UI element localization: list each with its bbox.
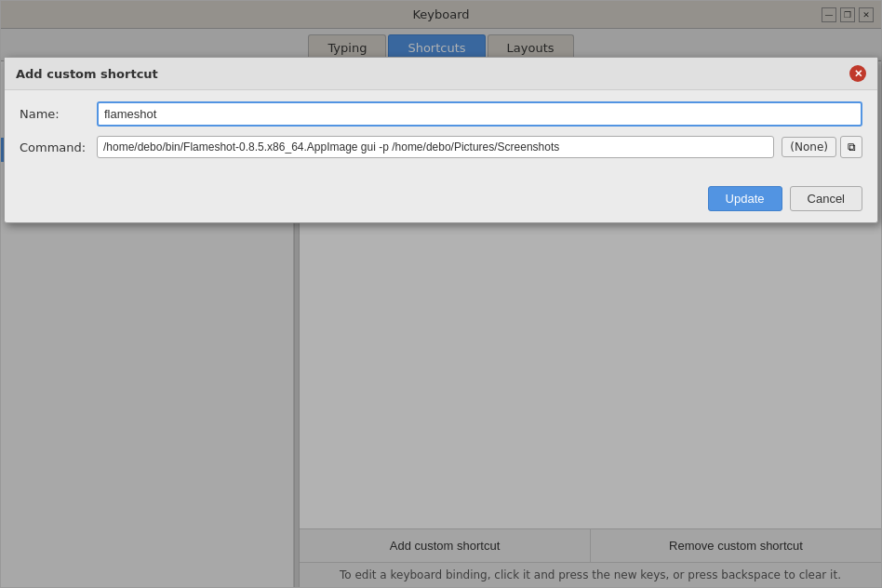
add-shortcut-dialog: Add custom shortcut ✕ Name: Command: (No… [4,57,878,223]
shortcut-badge: (None) [782,137,836,157]
dialog-body: Name: Command: (None) ⧉ [5,90,877,179]
copy-button[interactable]: ⧉ [840,136,862,158]
cancel-button[interactable]: Cancel [790,186,862,211]
command-label: Command: [20,140,89,154]
dialog-title: Add custom shortcut [16,67,158,81]
dialog-header: Add custom shortcut ✕ [5,58,877,90]
keyboard-window: Keyboard — ❐ ✕ Typing Shortcuts Layouts … [0,0,882,588]
dialog-close-button[interactable]: ✕ [849,65,866,82]
dialog-footer: Update Cancel [5,179,877,222]
name-label: Name: [20,107,89,121]
command-input[interactable] [97,136,774,158]
dialog-overlay: Add custom shortcut ✕ Name: Command: (No… [1,1,881,587]
name-input[interactable] [97,101,862,127]
name-row: Name: [20,101,862,127]
command-extra: (None) ⧉ [782,136,862,158]
update-button[interactable]: Update [708,186,782,211]
command-row: Command: (None) ⧉ [20,136,862,158]
